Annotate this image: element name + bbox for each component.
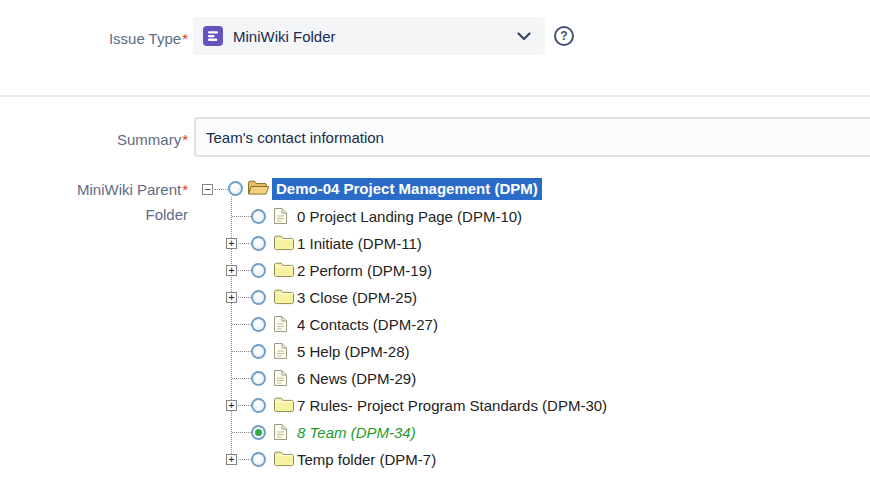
required-asterisk: *	[182, 30, 188, 47]
tree-node-label[interactable]: 3 Close (DPM-25)	[297, 284, 417, 311]
tree-connector	[238, 459, 251, 460]
folder-icon	[273, 450, 294, 467]
tree-node-label[interactable]: 4 Contacts (DPM-27)	[297, 311, 438, 338]
required-asterisk: *	[182, 181, 188, 198]
tree-node-label[interactable]: Demo-04 Project Management (DPM)	[272, 178, 542, 200]
required-asterisk: *	[182, 131, 188, 148]
tree-node-label[interactable]: 8 Team (DPM-34)	[297, 419, 416, 446]
tree-node-label[interactable]: 6 News (DPM-29)	[297, 365, 416, 392]
help-icon[interactable]: ?	[554, 26, 574, 46]
miniwiki-folder-type-icon	[203, 26, 223, 46]
tree-row: + Temp folder (DPM-7)	[202, 446, 802, 473]
tree-row: + 3 Close (DPM-25)	[202, 284, 802, 311]
folder-icon	[273, 288, 294, 305]
summary-input[interactable]	[194, 117, 870, 157]
tree-node-label[interactable]: 7 Rules- Project Program Standards (DPM-…	[297, 392, 607, 419]
tree-connector	[238, 297, 251, 298]
tree-node-label[interactable]: 0 Project Landing Page (DPM-10)	[297, 203, 522, 230]
issue-type-value: MiniWiki Folder	[233, 28, 336, 45]
document-icon	[273, 207, 288, 225]
tree-connector	[238, 405, 251, 406]
issue-type-select[interactable]: MiniWiki Folder	[193, 17, 545, 55]
tree-connector	[232, 432, 251, 433]
tree-node-label[interactable]: 5 Help (DPM-28)	[297, 338, 410, 365]
tree-row: + 4 Contacts (DPM-27)	[202, 311, 802, 338]
tree-connector	[232, 351, 251, 352]
folder-icon	[273, 261, 294, 278]
section-divider	[0, 95, 870, 97]
tree-radio[interactable]	[251, 371, 266, 386]
issue-type-label-text: Issue Type	[109, 30, 181, 47]
tree-connector	[232, 216, 251, 217]
tree-radio[interactable]	[251, 290, 266, 305]
folder-icon	[273, 396, 294, 413]
expander-plus-icon[interactable]: +	[226, 238, 237, 249]
tree-radio[interactable]	[251, 236, 266, 251]
document-icon	[273, 342, 288, 360]
tree-row: + 0 Project Landing Page (DPM-10)	[202, 203, 802, 230]
create-issue-form: Issue Type* MiniWiki Folder ? Summary* M…	[0, 0, 870, 494]
folder-tree: − Demo-04 Project Management (DPM) + 0 P…	[202, 176, 802, 473]
tree-radio[interactable]	[251, 425, 266, 440]
document-icon	[273, 369, 288, 387]
tree-node-label[interactable]: 2 Perform (DPM-19)	[297, 257, 432, 284]
tree-radio[interactable]	[251, 344, 266, 359]
tree-connector	[238, 243, 251, 244]
folder-icon	[273, 234, 294, 251]
tree-row-root: − Demo-04 Project Management (DPM)	[202, 176, 802, 203]
expander-plus-icon[interactable]: +	[226, 400, 237, 411]
tree-row: + 1 Initiate (DPM-11)	[202, 230, 802, 257]
tree-connector	[232, 324, 251, 325]
tree-radio[interactable]	[228, 181, 243, 196]
tree-row: + 2 Perform (DPM-19)	[202, 257, 802, 284]
tree-connector	[232, 378, 251, 379]
tree-radio[interactable]	[251, 209, 266, 224]
tree-node-label[interactable]: Temp folder (DPM-7)	[297, 446, 436, 473]
issue-type-label: Issue Type*	[109, 28, 188, 50]
summary-label-text: Summary	[117, 131, 181, 148]
tree-radio[interactable]	[251, 317, 266, 332]
tree-radio[interactable]	[251, 398, 266, 413]
chevron-down-icon	[517, 32, 531, 41]
expander-plus-icon[interactable]: +	[226, 292, 237, 303]
tree-radio[interactable]	[251, 452, 266, 467]
tree-row: + 8 Team (DPM-34)	[202, 419, 802, 446]
document-icon	[273, 423, 288, 441]
parent-folder-label-line2: Folder	[77, 202, 188, 227]
summary-label: Summary*	[117, 129, 188, 151]
tree-row: + 6 News (DPM-29)	[202, 365, 802, 392]
expander-plus-icon[interactable]: +	[226, 265, 237, 276]
tree-row: + 7 Rules- Project Program Standards (DP…	[202, 392, 802, 419]
expander-minus-icon[interactable]: −	[202, 184, 213, 195]
folder-open-icon	[247, 179, 270, 196]
tree-radio[interactable]	[251, 263, 266, 278]
parent-folder-label-line1: MiniWiki Parent	[77, 181, 181, 198]
parent-folder-label: MiniWiki Parent* Folder	[77, 177, 188, 227]
tree-connector	[238, 270, 251, 271]
tree-connector	[214, 189, 228, 190]
tree-node-label[interactable]: 1 Initiate (DPM-11)	[297, 230, 422, 257]
document-icon	[273, 315, 288, 333]
expander-plus-icon[interactable]: +	[226, 454, 237, 465]
tree-row: + 5 Help (DPM-28)	[202, 338, 802, 365]
